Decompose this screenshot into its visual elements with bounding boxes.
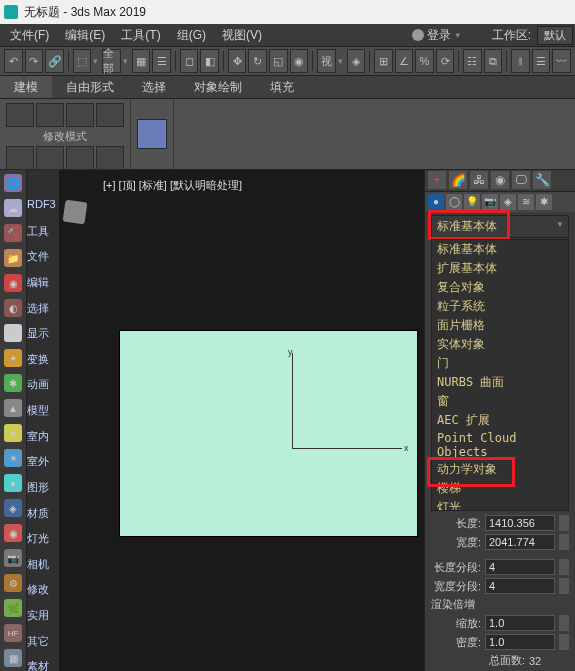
poly-mode3-icon[interactable]	[66, 103, 94, 127]
ll-outdoor[interactable]: 室外	[27, 454, 59, 470]
helper-cat-icon[interactable]: ◈	[500, 194, 516, 210]
ll-file[interactable]: 文件	[27, 249, 59, 265]
spinner-icon[interactable]	[559, 634, 569, 650]
lseg-input[interactable]: 4	[485, 559, 555, 575]
pivot-icon[interactable]: ◈	[347, 49, 366, 73]
redo-icon[interactable]: ↷	[25, 49, 44, 73]
ll-anim[interactable]: 动画	[27, 377, 59, 393]
cam-cat-icon[interactable]: 📷	[482, 194, 498, 210]
select-name-icon[interactable]: ☰	[152, 49, 171, 73]
login-button[interactable]: 登录 ▼	[412, 27, 462, 44]
ls-modify-icon[interactable]: ⚙	[4, 574, 22, 592]
ll-rdf[interactable]: RDF3	[27, 198, 59, 214]
ls-misc-icon[interactable]: HF	[4, 624, 22, 642]
spinner-icon[interactable]	[559, 559, 569, 575]
geom-cat-icon[interactable]: ●	[428, 194, 444, 210]
ls-folder-icon[interactable]: 📁	[4, 249, 22, 267]
window-crossing-icon[interactable]: ◧	[200, 49, 219, 73]
big-tool-icon[interactable]	[137, 119, 167, 149]
ls-xform-icon[interactable]: ✦	[4, 349, 22, 367]
list-item[interactable]: 门	[432, 354, 568, 373]
ll-xform[interactable]: 变换	[27, 352, 59, 368]
space-cat-icon[interactable]: ≋	[518, 194, 534, 210]
scale-input[interactable]: 1.0	[485, 615, 555, 631]
modify-tab-icon[interactable]: 🌈	[449, 171, 467, 189]
mirror-icon[interactable]: ⧉	[484, 49, 503, 73]
workspace-dropdown[interactable]: 默认	[537, 26, 573, 45]
spinner-icon[interactable]	[559, 615, 569, 631]
align-icon[interactable]: ⫴	[511, 49, 530, 73]
ls-util-icon[interactable]: 🌿	[4, 599, 22, 617]
list-item[interactable]: NURBS 曲面	[432, 373, 568, 392]
move-icon[interactable]: ✥	[228, 49, 247, 73]
wid-input[interactable]: 2041.774	[485, 534, 555, 550]
ls-display-icon[interactable]: ●	[4, 324, 22, 342]
menu-edit[interactable]: 编辑(E)	[57, 27, 113, 44]
menu-view[interactable]: 视图(V)	[214, 27, 270, 44]
list-item[interactable]: 粒子系统	[432, 297, 568, 316]
select-icon[interactable]: ⬚	[73, 49, 92, 73]
ll-indoor[interactable]: 室内	[27, 429, 59, 445]
ll-util[interactable]: 实用	[27, 608, 59, 624]
list-item[interactable]: 标准基本体	[432, 240, 568, 259]
mod3-icon[interactable]	[66, 146, 94, 170]
tab-modeling[interactable]: 建模	[0, 76, 52, 98]
ls-edit-icon[interactable]: ◉	[4, 274, 22, 292]
ll-display[interactable]: 显示	[27, 326, 59, 342]
scale-icon[interactable]: ◱	[269, 49, 288, 73]
select-rect-icon[interactable]: ◻	[180, 49, 199, 73]
spinner-snap-icon[interactable]: ⟳	[436, 49, 455, 73]
viewport-top[interactable]: y x	[119, 330, 418, 537]
ll-light[interactable]: 灯光	[27, 531, 59, 547]
ls-assets-icon[interactable]: ▦	[4, 649, 22, 667]
ls-globe-icon[interactable]: 🌐	[4, 174, 22, 192]
dropdown-arrow-icon[interactable]: ▾	[338, 56, 343, 66]
viewport-label[interactable]: [+] [顶] [标准] [默认明暗处理]	[103, 178, 242, 193]
list-item[interactable]: 面片栅格	[432, 316, 568, 335]
snap-icon[interactable]: ⊞	[374, 49, 393, 73]
list-item[interactable]: 实体对象	[432, 335, 568, 354]
dropdown-arrow-icon[interactable]: ▾	[123, 56, 128, 66]
spinner-icon[interactable]	[559, 534, 569, 550]
ll-edit[interactable]: 编辑	[27, 275, 59, 291]
display-tab-icon[interactable]: 🖵	[512, 171, 530, 189]
wseg-input[interactable]: 4	[485, 578, 555, 594]
ll-assets[interactable]: 素材	[27, 659, 59, 671]
spinner-icon[interactable]	[559, 578, 569, 594]
utility-tab-icon[interactable]: 🔧	[533, 171, 551, 189]
place-icon[interactable]: ◉	[290, 49, 309, 73]
list-item[interactable]: 灯光	[432, 498, 568, 511]
ls-light-icon[interactable]: ◉	[4, 524, 22, 542]
rotate-icon[interactable]: ↻	[248, 49, 267, 73]
ls-cam-icon[interactable]: 📷	[4, 549, 22, 567]
ls-model-icon[interactable]: ▲	[4, 399, 22, 417]
ll-modify[interactable]: 修改	[27, 582, 59, 598]
viewport-area[interactable]: [+] [顶] [标准] [默认明暗处理] y x	[59, 170, 424, 671]
refsys-icon[interactable]: 视	[317, 49, 336, 73]
sys-cat-icon[interactable]: ✱	[536, 194, 552, 210]
filter-icon[interactable]: ▦	[132, 49, 151, 73]
list-item[interactable]: 动力学对象	[432, 460, 568, 479]
create-tab-icon[interactable]: +	[428, 171, 446, 189]
mod2-icon[interactable]	[36, 146, 64, 170]
ls-anim-icon[interactable]: ✱	[4, 374, 22, 392]
ll-cam[interactable]: 相机	[27, 557, 59, 573]
poly-mode-icon[interactable]	[6, 103, 34, 127]
link-icon[interactable]: 🔗	[45, 49, 64, 73]
mod1-icon[interactable]	[6, 146, 34, 170]
menu-group[interactable]: 组(G)	[169, 27, 214, 44]
ls-indoor-icon[interactable]: ✷	[4, 424, 22, 442]
undo-icon[interactable]: ↶	[4, 49, 23, 73]
ls-hammer-icon[interactable]: 🔨	[4, 224, 22, 242]
ls-mat-icon[interactable]: ◈	[4, 499, 22, 517]
list-item[interactable]: 复合对象	[432, 278, 568, 297]
ll-model[interactable]: 模型	[27, 403, 59, 419]
curve-editor-icon[interactable]: 〰	[552, 49, 571, 73]
list-item[interactable]: AEC 扩展	[432, 411, 568, 430]
tab-object-paint[interactable]: 对象绘制	[180, 76, 256, 98]
len-input[interactable]: 1410.356	[485, 515, 555, 531]
list-item[interactable]: 扩展基本体	[432, 259, 568, 278]
menu-file[interactable]: 文件(F)	[2, 27, 57, 44]
ll-mat[interactable]: 材质	[27, 506, 59, 522]
ll-shape[interactable]: 图形	[27, 480, 59, 496]
